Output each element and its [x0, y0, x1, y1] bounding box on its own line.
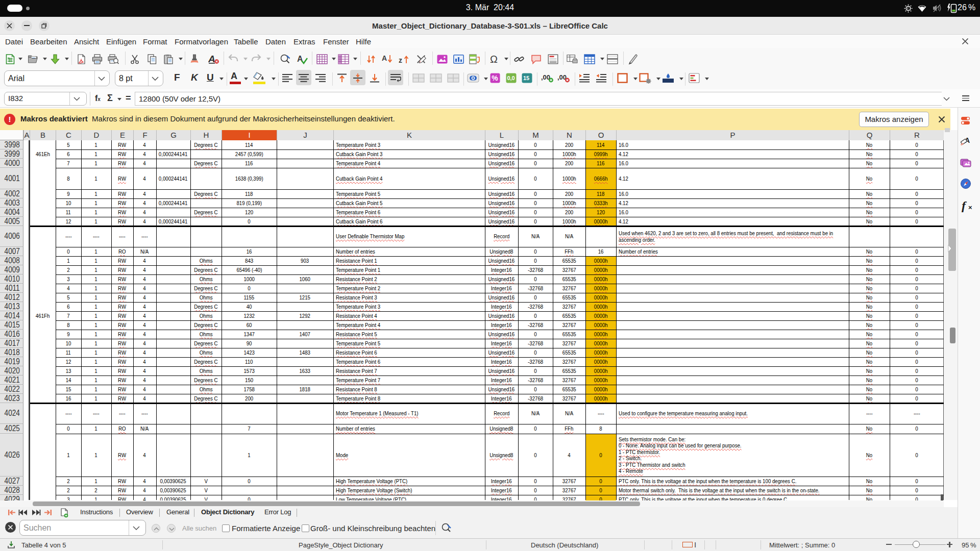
svg-text:%: %	[492, 74, 498, 82]
svg-text:0,0: 0,0	[507, 75, 514, 81]
svg-text:z: z	[399, 56, 402, 64]
svg-text:A: A	[382, 54, 387, 62]
svg-text:Ω: Ω	[490, 54, 498, 65]
svg-text:15: 15	[523, 75, 529, 81]
svg-text:A: A	[208, 54, 215, 64]
